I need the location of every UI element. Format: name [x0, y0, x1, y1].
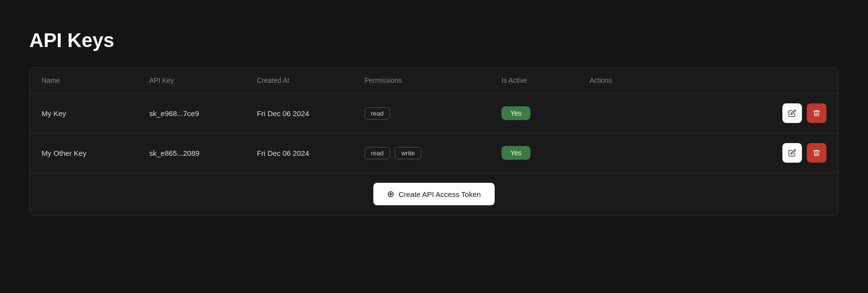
- permission-badge-write-2: write: [395, 147, 421, 159]
- plus-circle-icon: ⊕: [387, 189, 394, 199]
- cell-is-active-2: Yes: [490, 133, 578, 173]
- cell-api-key-2: sk_e865...2089: [137, 133, 245, 173]
- table-row: My Key sk_e968...7ce9 Fri Dec 06 2024 re…: [30, 94, 838, 133]
- column-header-api-key: API Key: [137, 68, 245, 94]
- table-row: My Other Key sk_e865...2089 Fri Dec 06 2…: [30, 133, 838, 173]
- column-header-actions: Actions: [578, 68, 838, 94]
- cell-created-at-1: Fri Dec 06 2024: [245, 94, 353, 133]
- edit-button-2[interactable]: [782, 143, 802, 163]
- cell-created-at-2: Fri Dec 06 2024: [245, 133, 353, 173]
- column-header-created-at: Created At: [245, 68, 353, 94]
- page-title: API Keys: [29, 29, 839, 51]
- create-api-token-button[interactable]: ⊕ Create API Access Token: [373, 183, 494, 205]
- permission-badge-read-1: read: [365, 107, 390, 120]
- delete-button-2[interactable]: [807, 143, 826, 163]
- cell-name-2: My Other Key: [30, 133, 137, 173]
- cell-permissions-1: read: [353, 94, 490, 133]
- active-badge-1: Yes: [502, 106, 530, 120]
- create-token-label: Create API Access Token: [398, 190, 480, 198]
- edit-button-1[interactable]: [782, 103, 802, 123]
- active-badge-2: Yes: [502, 146, 530, 160]
- cell-is-active-1: Yes: [490, 94, 578, 133]
- create-token-row: ⊕ Create API Access Token: [30, 173, 838, 216]
- api-keys-table: Name API Key Created At Permissions Is A…: [30, 68, 838, 215]
- cell-permissions-2: read write: [353, 133, 490, 173]
- cell-actions-1: [578, 94, 838, 133]
- table-header-row: Name API Key Created At Permissions Is A…: [30, 68, 838, 94]
- cell-api-key-1: sk_e968...7ce9: [137, 94, 245, 133]
- permission-badge-read-2: read: [365, 147, 390, 159]
- delete-icon-2: [813, 149, 821, 157]
- create-token-cell: ⊕ Create API Access Token: [30, 173, 838, 216]
- edit-icon-2: [788, 149, 796, 157]
- api-keys-table-container: Name API Key Created At Permissions Is A…: [29, 67, 839, 216]
- delete-icon-1: [813, 109, 821, 117]
- edit-icon-1: [788, 109, 796, 117]
- cell-actions-2: [578, 133, 838, 173]
- delete-button-1[interactable]: [807, 103, 826, 123]
- cell-name-1: My Key: [30, 94, 137, 133]
- column-header-permissions: Permissions: [353, 68, 490, 94]
- column-header-name: Name: [30, 68, 137, 94]
- column-header-is-active: Is Active: [490, 68, 578, 94]
